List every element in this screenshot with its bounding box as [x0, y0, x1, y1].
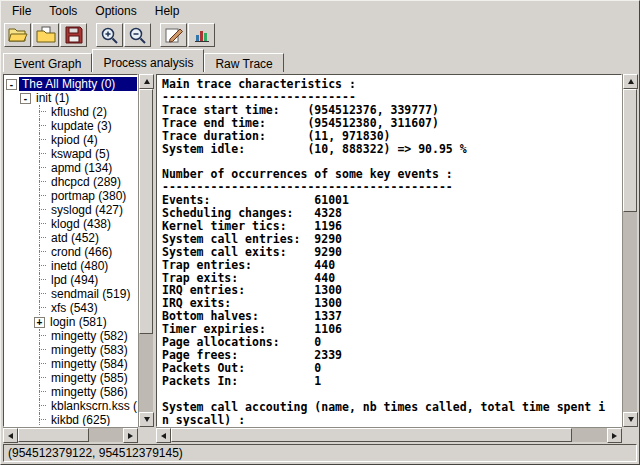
save-button[interactable] — [60, 23, 87, 47]
menubar: FileToolsOptionsHelp — [1, 1, 639, 21]
trace-text-line: System call entries: 9290 — [162, 233, 621, 246]
tree-item[interactable]: -init (1) — [4, 91, 137, 105]
tab-event-graph[interactable]: Event Graph — [3, 53, 92, 72]
scroll-left-button[interactable] — [3, 428, 18, 443]
zoom-out-icon — [128, 26, 147, 45]
text-horizontal-scrollbar[interactable] — [156, 427, 622, 442]
tree-item-label: kswapd (5) — [48, 147, 137, 161]
tree-item[interactable]: kblankscrn.kss (619) — [4, 399, 137, 413]
text-hscroll-thumb[interactable] — [171, 428, 572, 442]
tree-item-label: apmd (134) — [48, 161, 137, 175]
tree-item[interactable]: mingetty (584) — [4, 357, 137, 371]
tree-item[interactable]: kpiod (4) — [4, 133, 137, 147]
tree-hscroll-track[interactable] — [18, 428, 123, 442]
tree-item[interactable]: apmd (134) — [4, 161, 137, 175]
tree-item[interactable]: lpd (494) — [4, 273, 137, 287]
tree-item[interactable]: syslogd (427) — [4, 203, 137, 217]
process-tree-pane: -The All Mighty (0)-init (1)kflushd (2)k… — [3, 74, 153, 442]
tree-item[interactable]: mingetty (585) — [4, 371, 137, 385]
tree-connector — [34, 231, 46, 245]
tree-item-label: syslogd (427) — [48, 203, 137, 217]
tree-item[interactable]: +login (581) — [4, 315, 137, 329]
tree-item[interactable]: kikbd (625) — [4, 413, 137, 427]
collapse-icon[interactable]: - — [6, 79, 17, 90]
zoom-in-button[interactable] — [96, 23, 123, 47]
tree-item[interactable]: crond (466) — [4, 245, 137, 259]
tree-connector — [34, 301, 46, 315]
tree-item[interactable]: atd (452) — [4, 231, 137, 245]
tree-connector — [34, 189, 46, 203]
scroll-right-button[interactable] — [123, 428, 138, 443]
tree-vscroll-thumb[interactable] — [139, 89, 153, 334]
tree-item[interactable]: klogd (438) — [4, 217, 137, 231]
trace-text-line: Trap entries: 440 — [162, 259, 621, 272]
analysis-pane: Main trace characteristics :------------… — [156, 74, 637, 442]
open-file-icon — [36, 26, 56, 44]
tree-item[interactable]: -The All Mighty (0) — [4, 77, 137, 91]
tree-connector — [34, 399, 46, 413]
text-hscroll-track[interactable] — [171, 428, 607, 442]
trace-text-line: Packets In: 1 — [162, 375, 621, 388]
tree-item-label: inetd (480) — [48, 259, 137, 273]
tree-item[interactable]: sendmail (519) — [4, 287, 137, 301]
menu-file[interactable]: File — [3, 2, 40, 20]
tree-item[interactable]: kflushd (2) — [4, 105, 137, 119]
tree-item-label: init (1) — [33, 91, 137, 105]
menu-tools[interactable]: Tools — [40, 2, 86, 20]
arrow-down-icon — [628, 417, 634, 422]
expand-icon[interactable]: + — [34, 317, 45, 328]
tree-item-label: dhcpcd (289) — [48, 175, 137, 189]
trace-text-line: System call accouting (name, nb times ca… — [162, 401, 621, 414]
tree-item[interactable]: mingetty (586) — [4, 385, 137, 399]
text-vertical-scrollbar[interactable] — [622, 74, 637, 427]
tree-item-label: sendmail (519) — [48, 287, 137, 301]
open-folder-button[interactable] — [4, 23, 31, 47]
scroll-down-button[interactable] — [623, 412, 638, 427]
pen-button[interactable] — [160, 23, 187, 47]
trace-analysis-output[interactable]: Main trace characteristics :------------… — [156, 74, 622, 427]
tree-item-label: atd (452) — [48, 231, 137, 245]
arrow-down-icon — [144, 417, 150, 422]
zoom-out-button[interactable] — [124, 23, 151, 47]
tree-item[interactable]: xfs (543) — [4, 301, 137, 315]
tab-raw-trace[interactable]: Raw Trace — [204, 53, 283, 72]
tree-connector — [34, 413, 46, 427]
tree-connector — [34, 343, 46, 357]
tree-item-label: crond (466) — [48, 245, 137, 259]
tree-connector — [34, 245, 46, 259]
tree-item-label: kikbd (625) — [48, 413, 137, 427]
tree-connector — [34, 119, 46, 133]
open-file-button[interactable] — [32, 23, 59, 47]
open-folder-icon — [8, 26, 28, 44]
scroll-right-button[interactable] — [607, 428, 622, 443]
zoom-in-icon — [100, 26, 119, 45]
tree-item[interactable]: kupdate (3) — [4, 119, 137, 133]
tab-process-analysis[interactable]: Process analysis — [92, 49, 204, 72]
graph-button[interactable] — [188, 23, 215, 47]
tree-connector — [34, 161, 46, 175]
tree-item-label: mingetty (586) — [48, 385, 137, 399]
menu-help[interactable]: Help — [146, 2, 189, 20]
tree-item[interactable]: inetd (480) — [4, 259, 137, 273]
tree-vscroll-track[interactable] — [139, 89, 153, 412]
scroll-up-button[interactable] — [623, 74, 638, 89]
tree-connector — [34, 371, 46, 385]
tree-item[interactable]: mingetty (582) — [4, 329, 137, 343]
text-vscroll-thumb[interactable] — [623, 89, 637, 212]
tree-item-label: xfs (543) — [48, 301, 137, 315]
tree-vertical-scrollbar[interactable] — [138, 74, 153, 427]
tree-item[interactable]: dhcpcd (289) — [4, 175, 137, 189]
menu-options[interactable]: Options — [86, 2, 145, 20]
tree-item[interactable]: portmap (380) — [4, 189, 137, 203]
tree-hscroll-thumb[interactable] — [18, 428, 89, 442]
tree-item[interactable]: mingetty (583) — [4, 343, 137, 357]
statusbar-time-range: (954512379122, 954512379145) — [8, 446, 183, 460]
scroll-left-button[interactable] — [156, 428, 171, 443]
tree-horizontal-scrollbar[interactable] — [3, 427, 138, 442]
scroll-down-button[interactable] — [139, 412, 154, 427]
text-vscroll-track[interactable] — [623, 89, 637, 412]
tree-item-label: mingetty (584) — [48, 357, 137, 371]
scroll-up-button[interactable] — [139, 74, 154, 89]
tree-item[interactable]: kswapd (5) — [4, 147, 137, 161]
collapse-icon[interactable]: - — [20, 93, 31, 104]
